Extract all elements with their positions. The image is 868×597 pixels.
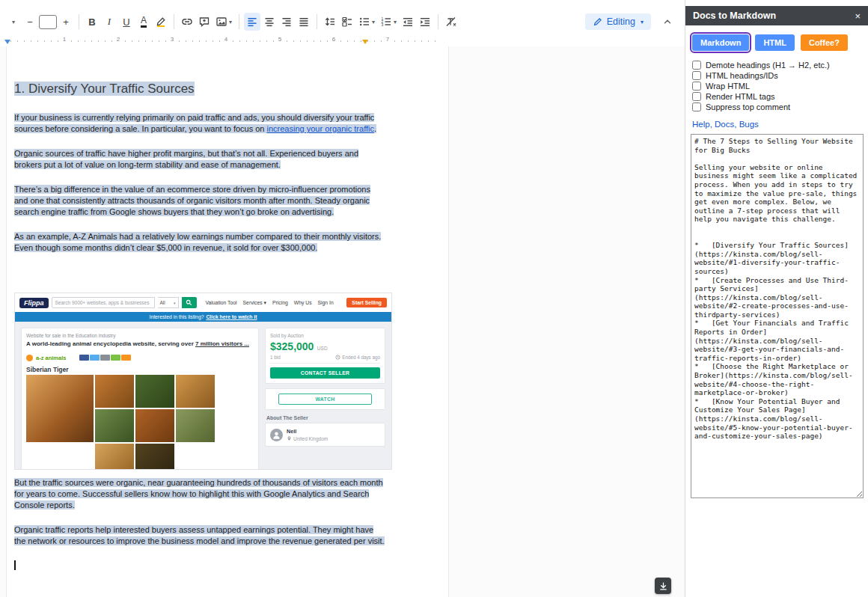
- doc-text[interactable]: Organic sources of traffic have higher p…: [14, 149, 358, 169]
- tiger-photo-grid: [26, 375, 254, 470]
- comment-icon: [198, 16, 210, 28]
- doc-paragraph[interactable]: But the traffic sources were organic, ne…: [14, 477, 385, 511]
- flippa-auction-panel: Sold by Auction $325,000 USD 1 bid Ended…: [265, 328, 385, 465]
- checklist-button[interactable]: [339, 13, 355, 31]
- azanimals-logo-text: a-z animals: [36, 355, 66, 361]
- flippa-nav-item: Valuation Tool: [206, 300, 237, 306]
- font-size-input[interactable]: [39, 15, 57, 29]
- highlight-color-button[interactable]: [153, 13, 169, 31]
- flippa-search-placeholder: Search 9000+ websites, apps & businesses: [55, 300, 150, 305]
- contact-seller-button: CONTACT SELLER: [270, 367, 380, 379]
- auction-card: Sold by Auction $325,000 USD 1 bid Ended…: [265, 328, 385, 384]
- chevron-down-icon: ▾: [229, 19, 232, 25]
- price-row: $325,000 USD: [270, 340, 380, 353]
- doc-text[interactable]: .: [374, 124, 376, 133]
- checkbox-row-wrap-html: Wrap HTML: [692, 82, 863, 91]
- demote-headings-checkbox[interactable]: [692, 61, 701, 70]
- doc-paragraph[interactable]: Organic traffic reports help interested …: [14, 524, 385, 547]
- toolbar-more-chevron[interactable]: ▾: [4, 13, 21, 31]
- scroll-down-button[interactable]: [655, 578, 671, 594]
- doc-paragraph[interactable]: If your business is currently relying pr…: [14, 112, 385, 135]
- html-button[interactable]: HTML: [755, 34, 795, 51]
- link-icon: [181, 16, 193, 28]
- flippa-header: Flippa Search 9000+ websites, apps & bus…: [15, 293, 391, 312]
- align-left-button[interactable]: [244, 13, 260, 31]
- add-comment-button[interactable]: [196, 13, 213, 31]
- help-docs-bugs-link[interactable]: Help, Docs, Bugs: [692, 120, 759, 129]
- insert-image-button[interactable]: ▾: [213, 13, 234, 31]
- text-color-button[interactable]: A: [135, 13, 152, 31]
- editing-mode-button[interactable]: Editing ▾: [585, 13, 651, 30]
- doc-paragraph[interactable]: As an example, A-Z Animals had a relativ…: [14, 231, 385, 254]
- watch-card: WATCH: [265, 388, 385, 410]
- render-html-tags-checkbox[interactable]: [692, 92, 701, 101]
- ruler[interactable]: 1 2 3 4 5 6 7: [0, 34, 685, 46]
- doc-link-increasing-organic-traffic[interactable]: increasing your organic traffic: [267, 124, 374, 133]
- decrease-indent-button[interactable]: [400, 13, 416, 31]
- sidebar-body: Markdown HTML Coffee? Demote headings (H…: [685, 25, 868, 498]
- right-indent-marker[interactable]: [362, 40, 368, 44]
- facebook-icon: [79, 355, 89, 361]
- underline-button[interactable]: U: [118, 13, 135, 31]
- align-right-button[interactable]: [278, 13, 295, 31]
- wrap-html-checkbox[interactable]: [692, 82, 701, 91]
- align-justify-button[interactable]: [296, 13, 312, 31]
- increase-indent-button[interactable]: [417, 13, 433, 31]
- markdown-output-textarea[interactable]: # The 7 Steps to Selling Your Website fo…: [691, 134, 864, 498]
- docs-to-markdown-sidebar: Docs to Markdown × Markdown HTML Coffee?…: [685, 0, 868, 597]
- tiger-photo-thumbs: [95, 375, 254, 470]
- search-icon: [186, 299, 192, 306]
- markdown-button[interactable]: Markdown: [692, 34, 749, 51]
- twitter-icon: [90, 355, 100, 361]
- toolbar-divider: [317, 14, 317, 29]
- bold-button[interactable]: B: [84, 13, 100, 31]
- close-icon[interactable]: ×: [855, 10, 861, 22]
- toolbar-divider: [174, 14, 174, 29]
- doc-heading-text[interactable]: 1. Diversify Your Traffic Sources: [14, 82, 195, 96]
- seller-info: Neil United Kingdom: [287, 428, 328, 441]
- html-headings-ids-checkbox[interactable]: [692, 71, 701, 80]
- ruler-number: 7: [384, 36, 391, 43]
- listing-title: A world-leading animal encyclopedia webs…: [26, 340, 254, 348]
- insert-link-button[interactable]: [179, 13, 195, 31]
- doc-paragraph[interactable]: Organic sources of traffic have higher p…: [14, 148, 385, 171]
- bulleted-list-button[interactable]: ▾: [356, 13, 377, 31]
- font-size-increase-button[interactable]: +: [58, 13, 74, 31]
- align-center-button[interactable]: [261, 13, 278, 31]
- doc-heading[interactable]: 1. Diversify Your Traffic Sources: [14, 81, 385, 97]
- doc-text[interactable]: Organic traffic reports help interested …: [14, 525, 385, 545]
- suppress-top-comment-checkbox[interactable]: [692, 102, 701, 111]
- flippa-filter-value: All: [160, 300, 165, 305]
- font-size-decrease-button[interactable]: −: [22, 13, 38, 31]
- align-justify-icon: [298, 16, 310, 28]
- document-page[interactable]: 1. Diversify Your Traffic Sources If you…: [6, 46, 449, 597]
- italic-button[interactable]: I: [101, 13, 117, 31]
- flippa-listing-body: Website for sale in the Education indust…: [15, 322, 391, 470]
- doc-text[interactable]: There’s a big difference in the value of…: [14, 185, 370, 216]
- tiger-photo: [26, 375, 94, 442]
- doc-text[interactable]: But the traffic sources were organic, ne…: [14, 478, 383, 509]
- flippa-logo: Flippa: [19, 298, 49, 308]
- coffee-button[interactable]: Coffee?: [801, 34, 848, 51]
- doc-text[interactable]: As an example, A-Z Animals had a relativ…: [14, 232, 381, 252]
- ruler-number: 1: [61, 36, 68, 43]
- convert-buttons: Markdown HTML Coffee?: [692, 34, 863, 51]
- toolbar-divider: [438, 14, 438, 29]
- flippa-screenshot-image[interactable]: Flippa Search 9000+ websites, apps & bus…: [14, 293, 392, 470]
- numbered-list-button[interactable]: 123 ▾: [378, 13, 399, 31]
- doc-paragraph[interactable]: There’s a big difference in the value of…: [14, 184, 385, 218]
- clear-formatting-button[interactable]: [443, 13, 459, 31]
- flippa-search-button: [182, 297, 197, 308]
- arrow-down-icon: [658, 581, 668, 591]
- sold-by-label: Sold by Auction: [270, 333, 380, 338]
- bid-count: 1 bid: [270, 355, 281, 360]
- toolbar: ▾ − + B I U A ▾: [0, 0, 685, 34]
- line-spacing-button[interactable]: [322, 13, 338, 31]
- left-indent-marker[interactable]: [4, 40, 10, 44]
- bulleted-list-icon: [358, 16, 370, 28]
- checkbox-row-render-html-tags: Render HTML tags: [692, 92, 863, 101]
- azanimals-page-title: Siberian Tiger: [26, 366, 254, 373]
- flippa-listing-card: Website for sale in the Education indust…: [21, 328, 259, 470]
- hide-menus-button[interactable]: [662, 16, 673, 27]
- svg-text:3: 3: [382, 22, 384, 27]
